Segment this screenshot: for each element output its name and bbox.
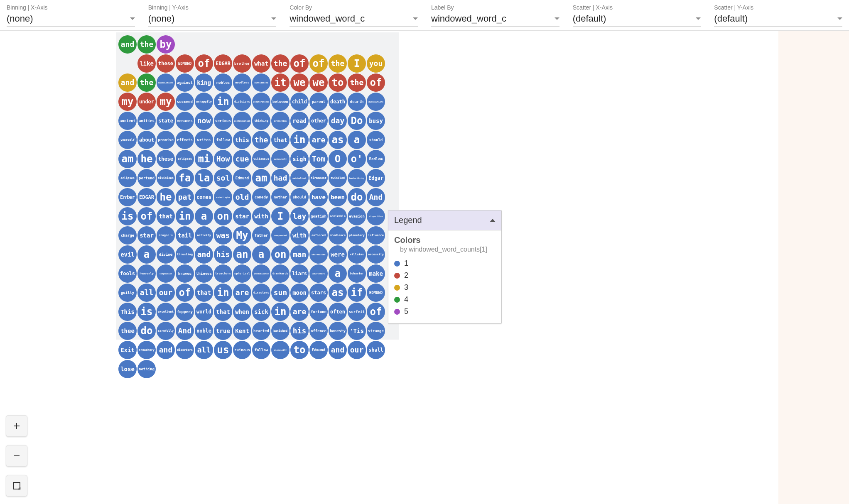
bubble[interactable]: our [348, 341, 366, 359]
bubble[interactable]: in [176, 207, 194, 225]
bubble[interactable]: fools [118, 264, 137, 283]
bubble[interactable]: catastrophe [214, 188, 232, 206]
bubble[interactable]: brother [233, 54, 251, 73]
bubble[interactable]: am [252, 169, 270, 187]
bubble[interactable]: star [137, 226, 156, 245]
bubble[interactable]: of [290, 54, 309, 73]
bubble[interactable]: evil [118, 245, 137, 264]
bubble[interactable]: enforced [309, 226, 328, 245]
bubble[interactable]: adulterers [309, 264, 328, 283]
bubble[interactable]: menaces [176, 112, 194, 130]
bubble[interactable]: do [348, 188, 366, 206]
bubble[interactable]: writes [195, 131, 213, 149]
legend-item[interactable]: 3 [394, 281, 496, 294]
zoom-in-button[interactable] [6, 415, 27, 437]
bubble[interactable]: stars [309, 284, 328, 302]
bubble[interactable]: How [214, 150, 232, 168]
bubble[interactable]: Tom [309, 150, 328, 168]
bubble[interactable]: like [137, 54, 156, 73]
bubble[interactable]: And [367, 188, 385, 206]
bubble[interactable]: tail [176, 226, 194, 245]
bubble[interactable]: sigh [290, 150, 309, 168]
bubble[interactable]: his [214, 245, 232, 264]
bubble[interactable]: Kent [233, 322, 251, 340]
bubble[interactable]: world [195, 303, 213, 321]
bubble[interactable]: with [252, 207, 270, 225]
bubble[interactable]: thinking [252, 112, 270, 130]
bubble[interactable]: a [252, 245, 270, 264]
bubble[interactable]: compounded [271, 226, 290, 245]
bubble[interactable]: hearted [252, 322, 270, 340]
bubble[interactable]: sol [214, 169, 232, 187]
bubble[interactable]: twinkled [329, 169, 347, 187]
bubble[interactable]: dissolutions [367, 93, 385, 111]
bubble[interactable]: in [214, 93, 232, 111]
bubble[interactable]: needless [233, 73, 251, 92]
bubble[interactable]: prediction [271, 112, 290, 130]
bubble[interactable]: effects [176, 131, 194, 149]
bubble[interactable]: ruinous [233, 341, 251, 359]
bubble[interactable]: that [271, 131, 290, 149]
bubble[interactable]: whoremaster [309, 245, 328, 264]
dropdown-binning-x[interactable]: Binning | X-Axis(none) [7, 4, 135, 27]
bubble[interactable]: what [252, 54, 270, 73]
dropdown-value[interactable]: windowed_word_c [431, 12, 559, 27]
dropdown-label-by[interactable]: Label Bywindowed_word_c [431, 4, 559, 27]
bubble[interactable]: nobles [214, 73, 232, 92]
bubble[interactable]: This [118, 303, 137, 321]
bubble[interactable]: drunkards [271, 264, 290, 283]
bubble[interactable]: contemplation [233, 112, 251, 130]
bubble[interactable]: melancholy [271, 150, 290, 168]
bubble[interactable]: are [309, 131, 328, 149]
bubble[interactable]: star [233, 207, 251, 225]
bubble[interactable]: ancient [118, 112, 137, 130]
bubble[interactable]: the [137, 35, 156, 54]
dropdown-value[interactable]: (none) [7, 12, 135, 27]
legend-item[interactable]: 1 [394, 257, 496, 269]
bubble[interactable]: of [309, 54, 328, 73]
bubble[interactable]: nothing [137, 360, 156, 378]
bubble[interactable]: maidenliest [290, 169, 309, 187]
bubble[interactable]: mother [271, 188, 290, 206]
bubble[interactable]: in [271, 303, 290, 321]
bubble[interactable]: parent [309, 93, 328, 111]
bubble[interactable]: knaves [176, 264, 194, 283]
bubble[interactable]: charge [118, 226, 137, 245]
bubble[interactable]: bastardizing [348, 169, 366, 187]
bubble[interactable]: about [137, 131, 156, 149]
bubble[interactable]: And [176, 322, 194, 340]
bubble[interactable]: comes [195, 188, 213, 206]
bubble[interactable]: thieves [195, 264, 213, 283]
bubble[interactable]: under [137, 93, 156, 111]
bubble[interactable]: maledictions [157, 73, 175, 92]
bubble[interactable]: disasters [252, 284, 270, 302]
bubble[interactable]: is [137, 303, 156, 321]
bubble[interactable]: obedience [329, 226, 347, 245]
bubble[interactable]: child [290, 93, 309, 111]
bubble[interactable]: true [214, 322, 232, 340]
bubble[interactable]: Edmund [309, 341, 328, 359]
legend-item[interactable]: 5 [394, 306, 496, 318]
fit-screen-button[interactable] [6, 475, 27, 497]
bubble[interactable]: banished [271, 322, 290, 340]
bubble[interactable]: Bedlam [367, 150, 385, 168]
bubble[interactable]: follow [214, 131, 232, 149]
bubble[interactable]: am [118, 150, 137, 168]
bubble[interactable]: against [176, 73, 194, 92]
zoom-out-button[interactable] [6, 445, 27, 467]
bubble[interactable]: a [348, 131, 366, 149]
bubble[interactable]: in [214, 284, 232, 302]
bubble[interactable]: influence [367, 226, 385, 245]
bubble[interactable]: treachery [137, 341, 156, 359]
bubble[interactable]: compulsion [157, 264, 175, 283]
bubble[interactable]: guilty [118, 284, 137, 302]
bubble[interactable]: our [157, 284, 175, 302]
bubble[interactable]: old [233, 188, 251, 206]
bubble[interactable]: make [367, 264, 385, 283]
bubble[interactable]: comedy [252, 188, 270, 206]
bubble[interactable]: he [157, 188, 175, 206]
bubble[interactable]: of [176, 284, 194, 302]
bubble[interactable]: mi [195, 150, 213, 168]
bubble[interactable]: a [137, 245, 156, 264]
bubble[interactable]: evasion [348, 207, 366, 225]
